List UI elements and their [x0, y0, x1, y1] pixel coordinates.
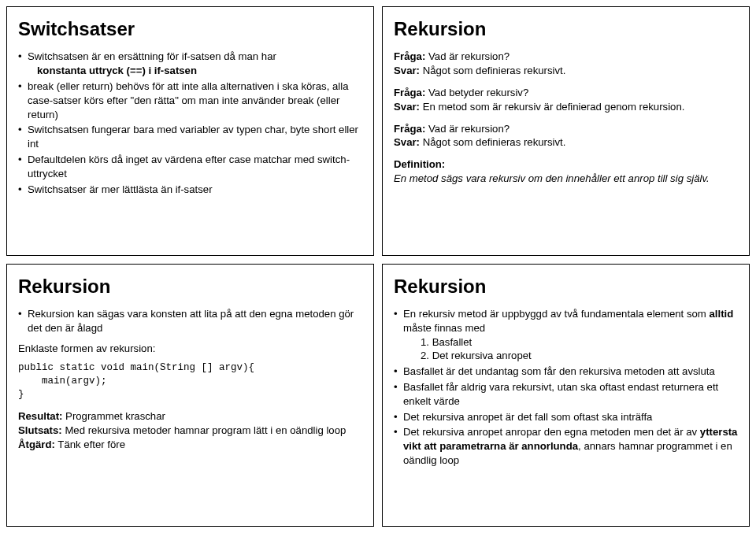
a-text: En metod som är rekursiv är definierad g…: [423, 101, 685, 113]
q-text: Vad betyder rekursiv?: [428, 87, 528, 98]
action-label: Åtgärd:: [18, 439, 55, 450]
list-item: Defaultdelen körs då inget av värdena ef…: [18, 153, 362, 181]
heading-switchsatser: Switchsatser: [18, 17, 362, 42]
list-text: Rekursion kan sägas vara konsten att lit…: [28, 308, 354, 334]
code-line: public static void main(String [] argv){: [18, 362, 254, 373]
sub-item: 1. Basfallet: [403, 335, 738, 350]
list-text: Defaultdelen körs då inget av värdena ef…: [28, 154, 350, 180]
conclusion-text: Med rekursiva metoder hamnar program lät…: [65, 424, 346, 436]
qa-block: Fråga: Vad är rekursion? Svar: Något som…: [394, 122, 738, 150]
panel-rekursion-code: Rekursion Rekursion kan sägas vara konst…: [6, 264, 374, 527]
struct-list: En rekursiv metod är uppbyggd av två fun…: [394, 307, 738, 468]
list-text: Switchsatser är mer lättlästa än if-sats…: [28, 183, 213, 195]
a-text: Något som definieras rekursivt.: [423, 65, 566, 76]
heading-rekursion: Rekursion: [394, 17, 738, 42]
panel-rekursion-qa: Rekursion Fråga: Vad är rekursion? Svar:…: [382, 6, 750, 256]
code-line: }: [18, 389, 24, 400]
sub-text: konstanta uttryck (==) i if-satsen: [37, 65, 197, 76]
action-text: Tänk efter före: [57, 439, 125, 450]
result-label: Resultat:: [18, 410, 62, 422]
code-line: main(argv);: [18, 376, 107, 387]
list-item: Det rekursiva anropet är det fall som of…: [394, 410, 738, 424]
list-item: Basfallet får aldrig vara rekursivt, uta…: [394, 380, 738, 409]
qa-block: Fråga: Vad är rekursion? Svar: Något som…: [394, 50, 738, 78]
list-item: Rekursion kan sägas vara konsten att lit…: [18, 307, 362, 335]
switchsatser-list: Switchsatsen är en ersättning för if-sat…: [18, 50, 362, 196]
def-label: Definition:: [394, 157, 738, 172]
code-block: public static void main(String [] argv){…: [18, 361, 362, 402]
q-label: Fråga:: [394, 50, 425, 62]
list-text: Switchsatsen är en ersättning för if-sat…: [28, 50, 276, 62]
sub-item: 2. Det rekursiva anropet: [403, 349, 738, 363]
bold-text: alltid: [710, 308, 734, 320]
panel-rekursion-struct: Rekursion En rekursiv metod är uppbyggd …: [382, 264, 750, 527]
list-text: Basfallet är det undantag som får den re…: [403, 365, 715, 377]
list-item: Det rekursiva anropet anropar den egna m…: [394, 425, 738, 467]
list-text: break (eller return) behövs för att inte…: [28, 80, 349, 120]
panel-switchsatser: Switchsatser Switchsatsen är en ersättni…: [6, 6, 374, 256]
list-item: Basfallet är det undantag som får den re…: [394, 365, 738, 379]
list-item: break (eller return) behövs för att inte…: [18, 80, 362, 121]
code-bullet-list: Rekursion kan sägas vara konsten att lit…: [18, 307, 362, 335]
heading-rekursion: Rekursion: [394, 274, 738, 299]
list-text: Basfallet får aldrig vara rekursivt, uta…: [403, 381, 718, 407]
definition-block: Definition: En metod sägs vara rekursiv …: [394, 157, 738, 186]
def-text: En metod sägs vara rekursiv om den inneh…: [394, 172, 738, 186]
conclusion-line: Slutsats: Med rekursiva metoder hamnar p…: [18, 424, 362, 438]
code-intro: Enklaste formen av rekursion:: [18, 342, 362, 356]
q-text: Vad är rekursion?: [428, 50, 510, 62]
q-label: Fråga:: [394, 123, 425, 135]
q-label: Fråga:: [394, 87, 425, 98]
a-text: Något som definieras rekursivt.: [423, 136, 566, 148]
list-text: Switchsatsen fungerar bara med variabler…: [28, 124, 358, 150]
action-line: Åtgärd: Tänk efter före: [18, 438, 362, 452]
qa-block: Fråga: Vad betyder rekursiv? Svar: En me…: [394, 86, 738, 114]
list-item: Switchsatsen fungerar bara med variabler…: [18, 123, 362, 151]
list-text: Det rekursiva anropet är det fall som of…: [403, 411, 652, 423]
list-text: Det rekursiva anropet anropar den egna m…: [403, 426, 700, 438]
result-text: Programmet kraschar: [65, 410, 165, 422]
list-text: måste finnas med: [403, 322, 485, 334]
list-item: Switchsatser är mer lättlästa än if-sats…: [18, 183, 362, 197]
heading-rekursion: Rekursion: [18, 274, 362, 299]
list-text: En rekursiv metod är uppbyggd av två fun…: [403, 308, 710, 320]
a-label: Svar:: [394, 65, 420, 76]
list-item: Switchsatsen är en ersättning för if-sat…: [18, 50, 362, 78]
result-line: Resultat: Programmet kraschar: [18, 409, 362, 424]
list-item: En rekursiv metod är uppbyggd av två fun…: [394, 307, 738, 363]
a-label: Svar:: [394, 101, 420, 113]
conclusion-label: Slutsats:: [18, 424, 62, 436]
q-text: Vad är rekursion?: [428, 123, 510, 135]
a-label: Svar:: [394, 136, 420, 148]
